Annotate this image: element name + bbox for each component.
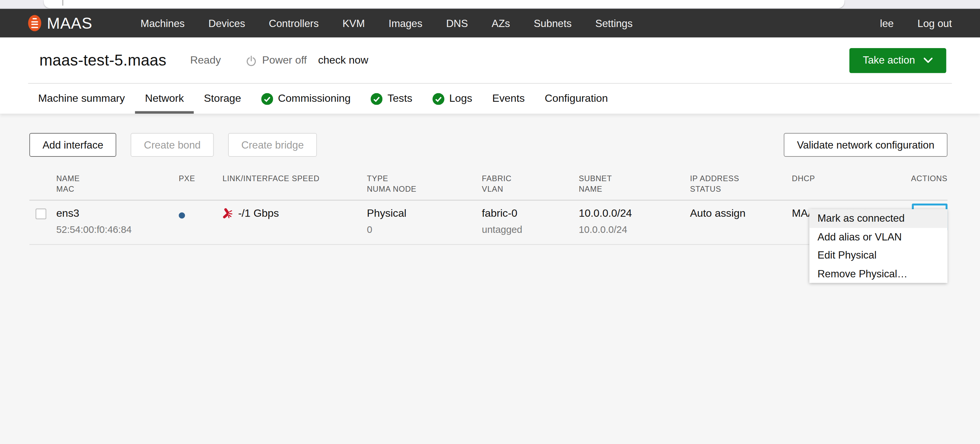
- col-header-ip-status: IP ADDRESSSTATUS: [690, 174, 792, 195]
- fabric-name: fabric-0: [482, 206, 579, 221]
- numa-node: 0: [367, 223, 482, 237]
- page-header: maas-test-5.maas Ready Power off check n…: [0, 38, 980, 114]
- ip-status: Auto assign: [690, 206, 792, 221]
- browser-urlbar[interactable]: [44, 0, 845, 8]
- nav-item-subnets[interactable]: Subnets: [534, 17, 571, 29]
- col-header-type-numa: TYPENUMA NODE: [367, 174, 482, 195]
- check-circle-icon: [371, 93, 382, 105]
- pxe-indicator-icon: [179, 212, 185, 219]
- col-header-fabric-vlan: FABRICVLAN: [482, 174, 579, 195]
- create-bond-button: Create bond: [131, 133, 214, 157]
- menu-item-mark-as-connected[interactable]: Mark as connected: [809, 209, 947, 228]
- nav-item-controllers[interactable]: Controllers: [269, 17, 319, 29]
- maas-logo-icon: [28, 15, 41, 31]
- tab-tests[interactable]: Tests: [361, 84, 422, 114]
- maas-home-link[interactable]: MAAS: [28, 14, 92, 32]
- col-header-dhcp: DHCP: [792, 174, 910, 195]
- maas-app: MAAS Machines Devices Controllers KVM Im…: [0, 0, 980, 444]
- tab-commissioning[interactable]: Commissioning: [251, 84, 361, 114]
- power-status: Power off: [246, 54, 307, 67]
- vlan-name: untagged: [482, 223, 579, 237]
- nav-item-logout[interactable]: Log out: [917, 17, 951, 29]
- page-title: maas-test-5.maas: [39, 51, 166, 69]
- row-actions-menu: Mark as connected Add alias or VLAN Edit…: [809, 209, 947, 283]
- nav-item-machines[interactable]: Machines: [140, 17, 185, 29]
- power-label: Power off: [262, 54, 307, 67]
- create-bridge-button: Create bridge: [228, 133, 317, 157]
- power-icon: [246, 55, 257, 66]
- tab-network[interactable]: Network: [135, 84, 194, 114]
- col-header-select: [29, 174, 56, 195]
- menu-item-remove-physical[interactable]: Remove Physical…: [809, 265, 947, 283]
- col-header-pxe: PXE: [179, 174, 223, 195]
- interface-mac: 52:54:00:f0:46:84: [56, 223, 179, 237]
- nav-links: Machines Devices Controllers KVM Images …: [140, 17, 656, 29]
- nav-user-area: lee Log out: [880, 17, 951, 29]
- name-mac-cell: ens3 52:54:00:f0:46:84: [56, 206, 179, 237]
- machine-status: Ready: [190, 54, 221, 67]
- subnet-cell: 10.0.0.0/24 10.0.0.0/24: [579, 206, 690, 237]
- take-action-label: Take action: [863, 54, 915, 66]
- check-circle-icon: [432, 93, 444, 105]
- menu-item-add-alias-or-vlan[interactable]: Add alias or VLAN: [809, 228, 947, 246]
- col-header-link-speed: LINK/INTERFACE SPEED: [223, 174, 367, 195]
- brand-text: MAAS: [47, 14, 92, 32]
- tab-configuration[interactable]: Configuration: [535, 84, 618, 114]
- subnet-cidr: 10.0.0.0/24: [579, 206, 690, 221]
- fabric-vlan-cell: fabric-0 untagged: [482, 206, 579, 237]
- nav-item-settings[interactable]: Settings: [595, 17, 633, 29]
- nav-item-azs[interactable]: AZs: [492, 17, 510, 29]
- network-panel: Add interface Create bond Create bridge …: [0, 114, 980, 245]
- table-header-row: NAMEMAC PXE LINK/INTERFACE SPEED TYPENUM…: [29, 167, 947, 200]
- col-header-subnet-name: SUBNETNAME: [579, 174, 690, 195]
- disconnected-icon: [223, 208, 234, 219]
- text-caret: [63, 0, 63, 6]
- row-select-cell: [29, 206, 56, 222]
- link-speed-cell: -/1 Gbps: [223, 206, 367, 221]
- row-checkbox[interactable]: [36, 208, 46, 219]
- link-speed-value: -/1 Gbps: [238, 206, 279, 221]
- chevron-down-icon: [924, 57, 932, 63]
- tab-logs[interactable]: Logs: [422, 84, 482, 114]
- validate-network-button[interactable]: Validate network configuration: [784, 133, 947, 157]
- tab-events[interactable]: Events: [482, 84, 535, 114]
- check-power-now-button[interactable]: check now: [318, 54, 368, 67]
- col-header-actions: ACTIONS: [911, 174, 948, 195]
- nav-item-dns[interactable]: DNS: [446, 17, 468, 29]
- title-row: maas-test-5.maas Ready Power off check n…: [28, 38, 951, 83]
- col-header-name-mac: NAMEMAC: [56, 174, 179, 195]
- interface-type: Physical: [367, 206, 482, 221]
- interface-name: ens3: [56, 206, 179, 221]
- ip-status-cell: Auto assign: [690, 206, 792, 221]
- nav-item-devices[interactable]: Devices: [208, 17, 245, 29]
- nav-item-kvm[interactable]: KVM: [342, 17, 365, 29]
- subnet-name: 10.0.0.0/24: [579, 223, 690, 237]
- browser-chrome: [0, 0, 980, 9]
- tab-machine-summary[interactable]: Machine summary: [28, 84, 135, 114]
- nav-item-user[interactable]: lee: [880, 17, 894, 29]
- tab-storage[interactable]: Storage: [194, 84, 251, 114]
- top-navigation: MAAS Machines Devices Controllers KVM Im…: [0, 9, 980, 38]
- interface-toolbar: Add interface Create bond Create bridge …: [29, 133, 947, 157]
- check-circle-icon: [261, 93, 273, 105]
- tab-bar: Machine summary Network Storage Commissi…: [28, 83, 951, 114]
- menu-item-edit-physical[interactable]: Edit Physical: [809, 246, 947, 265]
- nav-item-images[interactable]: Images: [389, 17, 423, 29]
- add-interface-button[interactable]: Add interface: [29, 133, 116, 157]
- pxe-cell: [179, 206, 223, 221]
- take-action-button[interactable]: Take action: [849, 48, 947, 73]
- type-numa-cell: Physical 0: [367, 206, 482, 237]
